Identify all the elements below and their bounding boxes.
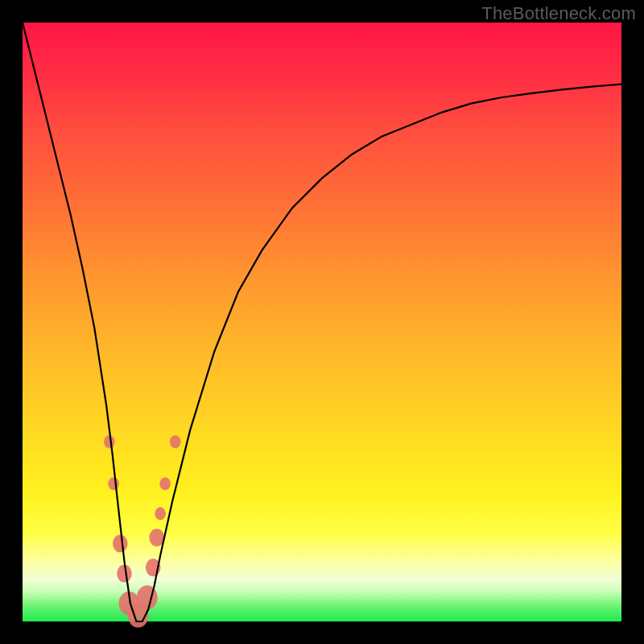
data-marker (159, 477, 171, 490)
bottleneck-curve-path (23, 23, 621, 621)
chart-frame: TheBottleneck.com (0, 0, 644, 644)
data-marker (149, 529, 164, 547)
data-marker (155, 507, 166, 520)
data-marker (137, 585, 158, 609)
data-marker (108, 477, 119, 490)
data-marker (170, 436, 181, 448)
data-marker (113, 535, 128, 552)
watermark-text: TheBottleneck.com (481, 3, 636, 24)
marker-group (104, 436, 180, 628)
data-marker (104, 436, 115, 448)
curve-layer (23, 23, 621, 621)
chart-plot-area (23, 23, 621, 621)
